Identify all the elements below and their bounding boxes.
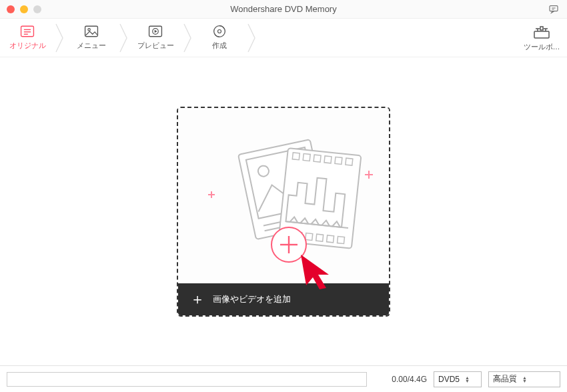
svg-point-10	[218, 30, 221, 33]
step-original[interactable]: オリジナル	[0, 19, 55, 57]
play-screen-icon	[147, 25, 163, 38]
dropzone-illustration	[178, 108, 389, 283]
disc-usage-text: 0.00/4.4G	[374, 375, 427, 384]
window-controls	[7, 5, 41, 13]
app-title: Wondershare DVD Memory	[0, 4, 567, 14]
toolbox-button[interactable]: ツールボ…	[523, 19, 560, 57]
document-icon	[19, 25, 35, 38]
disc-icon	[211, 25, 227, 38]
step-navbar: オリジナル メニュー プレビュー 作成	[0, 19, 567, 57]
media-dropzone[interactable]: ＋ 画像やビデオを追加	[177, 107, 390, 317]
step-preview[interactable]: プレビュー	[128, 19, 183, 57]
close-window-button[interactable]	[7, 5, 15, 13]
plus-icon: ＋	[190, 292, 205, 307]
step-menu[interactable]: メニュー	[64, 19, 119, 57]
toolbox-label: ツールボ…	[524, 42, 560, 52]
main-content: ＋ 画像やビデオを追加	[0, 57, 567, 365]
svg-rect-11	[534, 31, 549, 38]
toolbox-icon	[533, 25, 550, 39]
svg-point-6	[88, 29, 90, 31]
image-icon	[83, 25, 99, 38]
step-separator	[119, 19, 128, 57]
add-media-label: 画像やビデオを追加	[213, 293, 291, 305]
svg-rect-1	[21, 26, 34, 36]
maximize-window-button[interactable]	[33, 5, 41, 13]
feedback-icon[interactable]	[548, 4, 559, 15]
svg-rect-5	[85, 26, 98, 36]
disc-type-select[interactable]: DVD5 ▲▼	[434, 371, 482, 387]
step-create[interactable]: 作成	[192, 19, 247, 57]
disc-type-value: DVD5	[438, 375, 460, 384]
svg-rect-0	[550, 6, 558, 11]
step-label: オリジナル	[9, 41, 46, 51]
step-label: プレビュー	[137, 41, 174, 51]
step-label: メニュー	[77, 41, 106, 51]
step-separator	[183, 19, 192, 57]
step-label: 作成	[212, 41, 227, 51]
stepper-arrows-icon: ▲▼	[465, 376, 470, 383]
add-media-button[interactable]: ＋ 画像やビデオを追加	[178, 283, 389, 315]
step-separator	[247, 19, 256, 57]
minimize-window-button[interactable]	[20, 5, 28, 13]
titlebar: Wondershare DVD Memory	[0, 0, 567, 19]
footer-bar: 0.00/4.4G DVD5 ▲▼ 高品質 ▲▼	[0, 365, 567, 392]
stepper-arrows-icon: ▲▼	[522, 376, 527, 383]
quality-value: 高品質	[493, 373, 517, 385]
disc-usage-bar	[7, 372, 367, 387]
step-separator	[55, 19, 64, 57]
quality-select[interactable]: 高品質 ▲▼	[488, 371, 560, 387]
